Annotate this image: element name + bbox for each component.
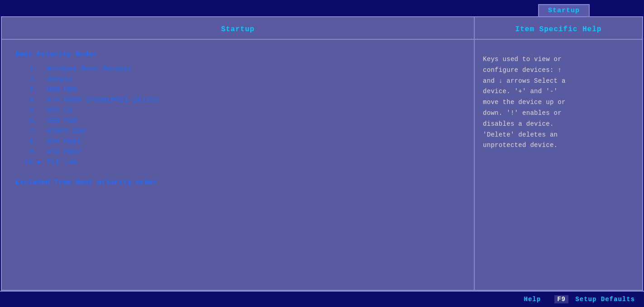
boot-list-item[interactable]: 3. USB HDD	[2, 85, 474, 95]
boot-list-item[interactable]: 6. USB FDD	[2, 116, 474, 126]
boot-list-item[interactable]: 10.► PCI LAN	[2, 157, 474, 168]
boot-list-item[interactable]: 4. ATA HDD0 ST500LM021-1KJ152	[2, 95, 474, 105]
left-panel-title: Startup	[2, 22, 474, 40]
right-panel-title: Item Specific Help	[475, 22, 642, 40]
boot-list-item[interactable]: 1. Windows Boot Manager	[2, 64, 474, 74]
main-content: Startup Boot Priority Order 1. Windows B…	[1, 16, 643, 291]
bottom-item-f9: F9 Setup Defaults	[554, 296, 635, 303]
boot-list-item[interactable]: 5. USB CD	[2, 105, 474, 116]
bottom-bar: Help F9 Setup Defaults	[0, 291, 644, 307]
startup-tab[interactable]: Startup	[538, 4, 590, 16]
boot-list-item[interactable]: 7. ATAPI CD0	[2, 126, 474, 137]
right-panel: Item Specific Help Keys used to view orc…	[475, 17, 642, 290]
boot-list-item[interactable]: 9. ATA HDD2	[2, 147, 474, 157]
boot-list: 1. Windows Boot Manager2. deepin3. USB H…	[2, 62, 474, 170]
left-panel: Startup Boot Priority Order 1. Windows B…	[2, 17, 475, 290]
help-text: Keys used to view orconfigure devices: ↑…	[475, 47, 642, 158]
top-menubar: Startup	[0, 0, 644, 16]
bottom-item-help: Help	[524, 296, 541, 303]
boot-priority-header: Boot Priority Order	[2, 47, 474, 62]
bios-screen: Startup Startup Boot Priority Order 1. W…	[0, 0, 644, 307]
boot-list-item[interactable]: 8. ATA HDD1	[2, 137, 474, 147]
excluded-label: Excluded from boot priority order	[2, 170, 474, 190]
f9-key: F9	[554, 295, 568, 303]
boot-list-item[interactable]: 2. deepin	[2, 74, 474, 85]
